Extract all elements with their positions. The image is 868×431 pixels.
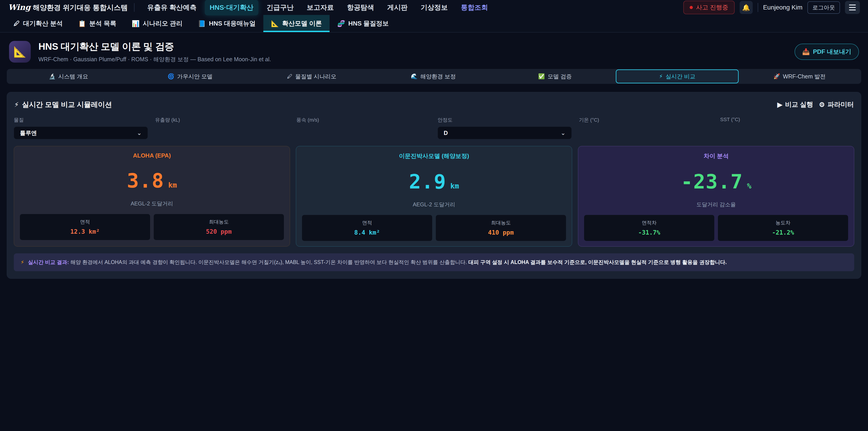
topbar-right-group: 사고 진행중 🔔 Eunjeong Kim 로그아웃	[683, 1, 860, 14]
menu-item-integrated-search[interactable]: 통합조회	[456, 0, 493, 16]
simulation-form: 물질 톨루엔 ⌄ 유출량 (kL) 풍속 (m/s) 안정도 D ⌄ 기온 (°…	[14, 117, 854, 139]
parameters-button[interactable]: ⚙ 파라미터	[819, 100, 854, 109]
diff-concentration-stat: 농도차 -21.2%	[718, 215, 848, 241]
logout-button[interactable]: 로그아웃	[807, 1, 840, 14]
page-header-text: HNS 대기확산 모델 이론 및 검증 WRF-Chem · Gaussian …	[38, 40, 271, 63]
dna-icon: 🧬	[337, 20, 345, 27]
app-logo: Wing 해양환경 위기대응 통합시스템	[8, 3, 128, 12]
incident-dot-icon	[690, 6, 693, 9]
section-tab-system-overview[interactable]: 🔬 시스템 개요	[8, 70, 129, 83]
page-header: 📐 HNS 대기확산 모델 이론 및 검증 WRF-Chem · Gaussia…	[0, 33, 868, 69]
comparison-note: ⚡ 실시간 비교 결과: 해양 환경에서 ALOHA의 과대 예측 경향이 확인…	[14, 253, 854, 271]
pen-icon: 🖊	[287, 73, 292, 80]
diff-percent-unit: %	[747, 182, 751, 190]
panel-header: ⚡ 실시간 모델 비교 시뮬레이션 ▶ 비교 실행 ⚙ 파라미터	[14, 100, 854, 110]
section-tab-gaussian-model[interactable]: 🌀 가우시안 모델	[129, 70, 251, 83]
menu-item-weather[interactable]: 기상정보	[416, 0, 453, 16]
user-name: Eunjeong Kim	[763, 4, 802, 11]
menu-item-board[interactable]: 게시판	[382, 0, 412, 16]
diff-card-title: 차이 분석	[584, 152, 848, 160]
bar-chart-icon: 📊	[132, 20, 140, 27]
section-tab-substance-scenarios[interactable]: 🖊 물질별 시나리오	[251, 70, 373, 83]
lee-distance-label: AEGL-2 도달거리	[302, 201, 566, 208]
substance-field: 물질 톨루엔 ⌄	[14, 117, 148, 139]
difference-analysis-card: 차이 분석 -23.7 % 도달거리 감소율 면적차 -31.7% 농도차 -2…	[578, 146, 854, 247]
lee-area-stat: 면적 8.4 km²	[302, 215, 432, 241]
tab-hns-manual[interactable]: 📘 HNS 대응매뉴얼	[190, 15, 264, 32]
realtime-comparison-panel: ⚡ 실시간 모델 비교 시뮬레이션 ▶ 비교 실행 ⚙ 파라미터 물질 톨루엔 …	[7, 92, 861, 279]
chevron-down-icon: ⌄	[137, 129, 142, 136]
section-tab-wrf-chem[interactable]: 🚀 WRF-Chem 발전	[739, 70, 860, 83]
diff-reduction-label: 도달거리 감소율	[584, 201, 848, 208]
aloha-concentration-stat: 최대농도 520 ppm	[154, 214, 284, 240]
wind-speed-label: 풍속 (m/s)	[296, 117, 430, 123]
menu-item-oil-spill[interactable]: 유출유 확산예측	[142, 0, 202, 16]
top-navigation-bar: Wing 해양환경 위기대응 통합시스템 유출유 확산예측 HNS·대기확산 긴…	[0, 0, 868, 15]
tab-analysis-list[interactable]: 📋 분석 목록	[70, 15, 124, 32]
section-tab-bar: 🔬 시스템 개요 🌀 가우시안 모델 🖊 물질별 시나리오 🌊 해양환경 보정 …	[7, 69, 861, 84]
bell-icon: 🔔	[742, 4, 750, 11]
lee-card-title: 이문진박사모델 (해양보정)	[302, 152, 566, 160]
aloha-area-stat: 면적 12.3 km²	[20, 214, 150, 240]
sst-label: SST (°C)	[720, 117, 854, 123]
menu-item-rescue[interactable]: 긴급구난	[261, 0, 299, 16]
book-icon: 📘	[198, 20, 206, 27]
lightning-icon: ⚡	[14, 101, 19, 109]
tab-hns-substance-info[interactable]: 🧬 HNS 물질정보	[330, 15, 397, 32]
air-temp-input[interactable]	[579, 127, 713, 139]
clipboard-icon: 📋	[78, 20, 86, 27]
play-icon: ▶	[777, 101, 782, 109]
check-icon: ✅	[538, 73, 545, 80]
spill-amount-input[interactable]	[155, 127, 289, 139]
aloha-result-card: ALOHA (EPA) 3.8 km AEGL-2 도달거리 면적 12.3 k…	[14, 146, 290, 247]
triangle-ruler-icon: 📐	[271, 20, 279, 27]
incident-status-badge: 사고 진행중	[683, 1, 735, 14]
run-comparison-button[interactable]: ▶ 비교 실행	[777, 100, 813, 109]
substance-select[interactable]: 톨루엔 ⌄	[14, 127, 148, 139]
hamburger-icon	[849, 4, 856, 5]
chevron-down-icon: ⌄	[561, 129, 565, 136]
air-temp-label: 기온 (°C)	[579, 117, 713, 123]
notification-bell-button[interactable]: 🔔	[740, 1, 753, 14]
stability-select[interactable]: D ⌄	[438, 127, 572, 139]
section-tab-ocean-correction[interactable]: 🌊 해양환경 보정	[373, 70, 494, 83]
section-tab-realtime-comparison[interactable]: ⚡ 실시간 비교	[616, 69, 739, 83]
app-title: 해양환경 위기대응 통합시스템	[33, 3, 128, 12]
topbar-right-divider	[758, 3, 758, 12]
rocket-icon: 🚀	[774, 73, 780, 80]
wind-speed-input[interactable]	[296, 127, 430, 139]
main-menu: 유출유 확산예측 HNS·대기확산 긴급구난 보고자료 항공탐색 게시판 기상정…	[142, 0, 683, 16]
substance-label: 물질	[14, 117, 148, 123]
menu-item-hns-dispersion[interactable]: HNS·대기확산	[205, 0, 258, 16]
aloha-distance-unit: km	[168, 181, 177, 189]
tab-scenario-management[interactable]: 📊 시나리오 관리	[124, 15, 190, 32]
microscope-icon: 🔬	[49, 73, 56, 80]
tab-dispersion-analysis[interactable]: 🖊 대기확산 분석	[6, 15, 70, 32]
lee-distance-unit: km	[450, 182, 459, 190]
wave-icon: 🌊	[411, 73, 418, 80]
aloha-distance-label: AEGL-2 도달거리	[20, 200, 284, 207]
lightning-icon: ⚡	[659, 73, 663, 80]
incident-badge-label: 사고 진행중	[696, 3, 728, 11]
menu-item-reports[interactable]: 보고자료	[302, 0, 339, 16]
note-label: 실시간 비교 결과:	[28, 259, 69, 265]
cyclone-icon: 🌀	[168, 73, 175, 80]
section-tab-model-validation[interactable]: ✅ 모델 검증	[494, 70, 616, 83]
note-bold-recommendation: 대피 구역 설정 시 ALOHA 결과를 보수적 기준으로, 이문진박사모델을 …	[468, 259, 727, 265]
page-subtitle: WRF-Chem · Gaussian Plume/Puff · ROMS · …	[38, 56, 271, 63]
diff-percent-value: -23.7	[681, 170, 743, 193]
lee-distance-value: 2.9	[409, 170, 446, 193]
stability-field: 안정도 D ⌄	[438, 117, 572, 139]
gear-icon: ⚙	[819, 101, 825, 109]
hamburger-menu-button[interactable]	[845, 1, 860, 14]
page-title: HNS 대기확산 모델 이론 및 검증	[38, 40, 271, 53]
tab-model-theory[interactable]: 📐 확산모델 이론	[264, 15, 330, 32]
lightning-icon: ⚡	[21, 259, 24, 265]
menu-item-aerial-search[interactable]: 항공탐색	[342, 0, 379, 16]
panel-actions: ▶ 비교 실행 ⚙ 파라미터	[777, 100, 854, 109]
sst-input[interactable]	[720, 126, 854, 138]
spill-amount-label: 유출량 (kL)	[155, 117, 289, 123]
spill-amount-field: 유출량 (kL)	[155, 117, 289, 139]
aloha-distance-value: 3.8	[127, 169, 164, 192]
pdf-export-button[interactable]: 📥 PDF 내보내기	[795, 43, 859, 60]
